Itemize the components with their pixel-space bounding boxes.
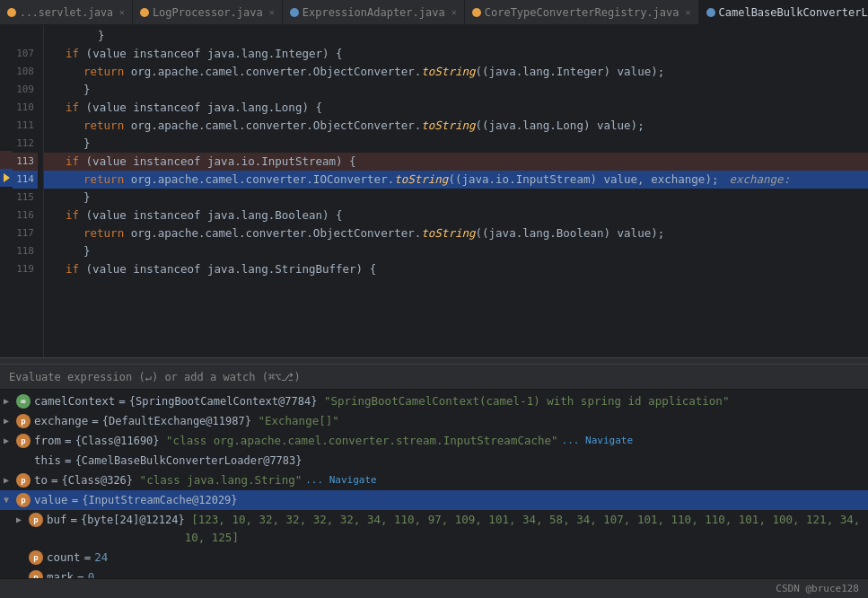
tab-logprocessor[interactable]: LogProcessor.java ✕ [133, 0, 283, 25]
tab-icon-coretypeconverter [472, 8, 481, 17]
var-type-to: {Class@326} [62, 471, 133, 489]
debug-item-count[interactable]: ▶ p count = 24 [0, 548, 868, 567]
left-icon-2 [0, 61, 13, 79]
line-num-7: 113 [13, 153, 38, 171]
left-icon-7 [0, 151, 13, 169]
line-num-8: 114 [13, 171, 38, 189]
tab-servlet[interactable]: ...servlet.java ✕ [0, 0, 133, 25]
code-line-9: } [44, 189, 868, 207]
expand-camelcontext[interactable]: ▶ [4, 392, 16, 410]
type-icon-this [16, 452, 31, 466]
var-type-camelcontext: {SpringBootCamelContext@7784} [129, 392, 318, 410]
type-icon-camelcontext: ∞ [16, 394, 31, 409]
tab-icon-expressionadapter [290, 8, 299, 17]
status-bar: CSDN @bruce128 [0, 578, 868, 598]
code-line-10: if (value instanceof java.lang.Boolean) … [44, 207, 868, 224]
line-num-2: 108 [13, 63, 38, 81]
line-num-0 [13, 27, 38, 45]
expand-to[interactable]: ▶ [4, 471, 16, 489]
navigate-link-from[interactable]: ... Navigate [562, 432, 633, 450]
expand-exchange[interactable]: ▶ [4, 412, 16, 430]
tab-close-servlet[interactable]: ✕ [119, 7, 125, 17]
code-line-11: return org.apache.camel.converter.Object… [44, 224, 868, 242]
code-line-12: } [44, 242, 868, 260]
line-num-4: 110 [13, 99, 38, 117]
expand-this[interactable]: ▶ [4, 452, 16, 470]
debug-item-exchange[interactable]: ▶ p exchange = {DefaultExchange@11987} "… [0, 411, 868, 431]
tab-bar: ...servlet.java ✕ LogProcessor.java ✕ Ex… [0, 0, 868, 25]
debug-item-this[interactable]: ▶ this = {CamelBaseBulkConverterLoader@7… [0, 451, 868, 470]
tab-close-expressionadapter[interactable]: ✕ [452, 7, 457, 17]
var-value-buf: [123, 10, 32, 32, 32, 32, 34, 110, 97, 1… [185, 511, 864, 547]
code-line-3: } [44, 81, 868, 99]
tab-icon-logprocessor [140, 8, 149, 17]
line-num-5: 111 [13, 117, 38, 135]
var-name-this: this [34, 452, 61, 470]
tab-close-coretypeconverter[interactable]: ✕ [685, 7, 690, 17]
expand-value[interactable]: ▼ [4, 491, 16, 509]
var-name-count: count [47, 549, 81, 567]
left-icon-5 [0, 115, 13, 133]
var-type-value: {InputStreamCache@12029} [82, 491, 237, 509]
panel-divider [0, 357, 868, 365]
navigate-link-to[interactable]: ... Navigate [305, 471, 376, 489]
left-icon-9 [0, 187, 13, 205]
var-name-buf: buf [47, 511, 67, 529]
left-icon-13 [0, 259, 13, 277]
var-value-count: 24 [94, 549, 108, 567]
var-value-camelcontext: "SpringBootCamelContext(camel-1) with sp… [317, 392, 729, 410]
debug-item-from[interactable]: ▶ p from = {Class@11690} "class org.apac… [0, 431, 868, 451]
tab-label-servlet: ...servlet.java [20, 6, 113, 19]
code-line-13: if (value instanceof java.lang.StringBuf… [44, 260, 868, 278]
var-name-to: to [34, 471, 48, 489]
tab-label-expressionadapter: ExpressionAdapter.java [302, 6, 445, 19]
var-type-buf: {byte[24]@12124} [81, 511, 185, 529]
editor-area: 107 108 109 110 111 112 113 114 115 116 … [0, 25, 868, 357]
code-line-0: } [44, 27, 868, 45]
debug-item-camelcontext[interactable]: ▶ ∞ camelContext = {SpringBootCamelConte… [0, 391, 868, 411]
code-line-8: return org.apache.camel.converter.IOConv… [44, 171, 868, 189]
tab-icon-servlet [7, 8, 16, 17]
left-icon-10 [0, 205, 13, 223]
var-type-exchange: {DefaultExchange@11987} [102, 412, 251, 430]
var-type-this: {CamelBaseBulkConverterLoader@7783} [75, 452, 302, 470]
tab-label-coretypeconverter: CoreTypeConverterRegistry.java [485, 6, 679, 19]
debug-item-buf[interactable]: ▶ p buf = {byte[24]@12124} [123, 10, 32,… [0, 510, 868, 548]
left-icon-12 [0, 241, 13, 259]
code-line-2: return org.apache.camel.converter.Object… [44, 63, 868, 81]
code-line-4: if (value instanceof java.lang.Long) { [44, 99, 868, 117]
debug-panel: Evaluate expression (↵) or add a watch (… [0, 365, 868, 598]
code-line-7: if (value instanceof java.io.InputStream… [44, 153, 868, 171]
debug-toolbar-label: Evaluate expression (↵) or add a watch (… [9, 371, 301, 383]
tab-close-logprocessor[interactable]: ✕ [269, 7, 275, 17]
type-icon-value: p [16, 493, 31, 507]
var-name-camelcontext: camelContext [34, 392, 115, 410]
tab-label-logprocessor: LogProcessor.java [153, 6, 263, 19]
line-number-gutter: 107 108 109 110 111 112 113 114 115 116 … [13, 25, 44, 357]
type-icon-exchange: p [16, 414, 31, 428]
var-type-from: {Class@11690} [75, 432, 160, 450]
tab-camelbasebulk[interactable]: CamelBaseBulkConverterLoader.java ✕ [699, 0, 868, 25]
code-line-1: if (value instanceof java.lang.Integer) … [44, 45, 868, 63]
execution-arrow [4, 173, 10, 182]
tab-coretypeconverter[interactable]: CoreTypeConverterRegistry.java ✕ [465, 0, 699, 25]
expand-from[interactable]: ▶ [4, 432, 16, 450]
type-icon-count: p [29, 550, 43, 565]
tab-expressionadapter[interactable]: ExpressionAdapter.java ✕ [283, 0, 465, 25]
var-value-to: "class java.lang.String" [133, 471, 302, 489]
left-icon-11 [0, 223, 13, 241]
code-line-6: } [44, 135, 868, 153]
debug-item-value[interactable]: ▼ p value = {InputStreamCache@12029} [0, 490, 868, 510]
var-value-exchange: "Exchange[]" [251, 412, 339, 430]
expand-count: ▶ [16, 549, 29, 567]
debug-item-to[interactable]: ▶ p to = {Class@326} "class java.lang.St… [0, 470, 868, 490]
var-value-from: "class org.apache.camel.converter.stream… [160, 432, 558, 450]
var-name-exchange: exchange [34, 412, 88, 430]
type-icon-from: p [16, 434, 31, 448]
expand-buf[interactable]: ▶ [16, 511, 29, 529]
var-name-from: from [34, 432, 61, 450]
type-icon-buf: p [29, 513, 43, 527]
left-icon-8 [0, 169, 13, 187]
line-num-13: 119 [13, 260, 38, 278]
status-text: CSDN @bruce128 [776, 583, 859, 594]
